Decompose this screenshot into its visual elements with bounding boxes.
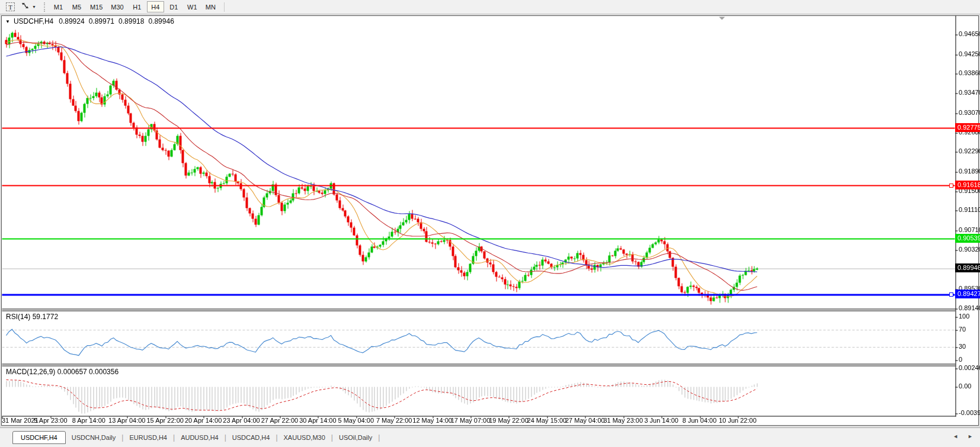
timeframe-button-m15[interactable]: M15	[87, 1, 106, 12]
tab-usdchf-h4[interactable]: USDCHF,H4	[12, 431, 66, 444]
tab-usdcnh-daily[interactable]: USDCNH,Daily	[66, 432, 122, 443]
tabs-row: USDCHF,H4USDCNH,Daily|EURUSD,H4|AUDUSD,H…	[0, 431, 380, 444]
level-tag-091618[interactable]: 0.91618	[955, 181, 980, 189]
timeframe-button-m30[interactable]: M30	[107, 1, 127, 12]
toolbar: T ▼ M1M5M15M30H1H4D1W1MN	[0, 0, 980, 14]
level-tag-090539[interactable]: 0.90539	[955, 234, 980, 243]
tab-usoil-daily[interactable]: USOil,Daily	[333, 432, 378, 443]
timeframe-row: M1M5M15M30H1H4D1W1MN	[49, 1, 220, 12]
chevron-down-icon: ▼	[32, 5, 36, 9]
current-price-tag[interactable]: 0.89946	[955, 263, 980, 272]
tab-separator: |	[378, 433, 380, 442]
tab-eurusd-h4[interactable]: EURUSD,H4	[123, 432, 173, 443]
tab-audusd-h4[interactable]: AUDUSD,H4	[175, 432, 225, 443]
tab-scroll-arrows: ◄ ►	[953, 433, 973, 439]
text-tool-button[interactable]: T	[1, 1, 17, 13]
timeframe-button-mn[interactable]: MN	[202, 1, 219, 12]
tab-bar: USDCHF,H4USDCNH,Daily|EURUSD,H4|AUDUSD,H…	[0, 427, 980, 447]
tab-scroll-right-icon[interactable]: ►	[968, 433, 973, 439]
timeframe-button-m5[interactable]: M5	[68, 1, 85, 12]
tab-xauusd-m30[interactable]: XAUUSD,M30	[278, 432, 331, 443]
chart-canvas[interactable]	[0, 0, 980, 447]
tab-scroll-left-icon[interactable]: ◄	[953, 433, 958, 439]
timeframe-button-d1[interactable]: D1	[165, 1, 182, 12]
timeframe-button-h4[interactable]: H4	[147, 1, 164, 12]
cursor-arrows-icon	[21, 1, 30, 12]
cursor-tool-button[interactable]: ▼	[19, 1, 38, 13]
level-tag-089427[interactable]: 0.89427	[955, 290, 980, 298]
text-tool-icon: T	[6, 2, 15, 11]
level-tag-092775[interactable]: 0.92775	[955, 123, 980, 132]
toolbar-grip[interactable]	[44, 2, 46, 12]
timeframe-button-m1[interactable]: M1	[50, 1, 67, 12]
timeframe-button-h1[interactable]: H1	[129, 1, 146, 12]
tab-usdcad-h4[interactable]: USDCAD,H4	[226, 432, 276, 443]
timeframe-button-w1[interactable]: W1	[184, 1, 201, 12]
toolbar-separator	[224, 2, 225, 12]
